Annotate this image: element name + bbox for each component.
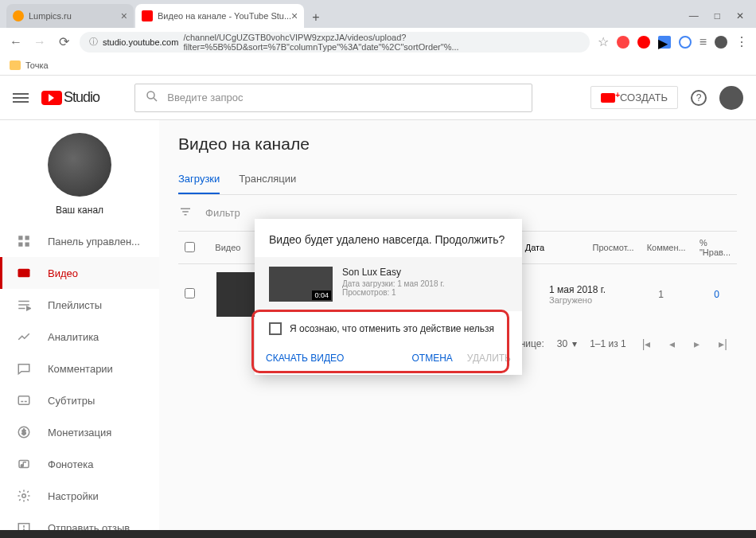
minimize-icon[interactable]: —	[689, 10, 699, 21]
bookmark-item[interactable]: Точка	[25, 60, 49, 70]
extension-icon[interactable]	[679, 36, 692, 49]
delete-button[interactable]: УДАЛИТЬ	[467, 353, 511, 364]
reload-icon[interactable]: ⟳	[56, 34, 72, 49]
dashboard-icon	[16, 233, 32, 249]
download-button[interactable]: СКАЧАТЬ ВИДЕО	[266, 353, 344, 364]
menu-icon[interactable]: ⋮	[735, 34, 748, 49]
close-icon[interactable]: ×	[121, 10, 127, 22]
browser-tab[interactable]: Lumpics.ru ×	[6, 4, 134, 28]
svg-rect-2	[18, 236, 22, 240]
svg-rect-4	[18, 243, 22, 247]
tab-favicon-icon	[142, 10, 153, 21]
audio-icon	[16, 456, 32, 472]
dialog-video-title: Son Lux Easy	[342, 267, 444, 278]
menu-icon[interactable]	[13, 93, 29, 103]
dialog-video-date: Дата загрузки: 1 мая 2018 г.	[342, 279, 444, 288]
feedback-icon	[16, 520, 32, 530]
confirm-checkbox[interactable]	[269, 322, 282, 335]
svg-rect-11	[18, 396, 29, 405]
delete-dialog: Видео будет удалено навсегда. Продолжить…	[255, 219, 522, 375]
forward-icon[interactable]: →	[32, 35, 48, 49]
svg-text:$: $	[21, 428, 25, 436]
address-bar[interactable]: ⓘ studio.youtube.com/channel/UCgUZGTB0vo…	[80, 32, 590, 53]
back-icon[interactable]: ←	[8, 35, 24, 49]
info-icon: ⓘ	[89, 36, 98, 48]
svg-rect-5	[25, 243, 29, 247]
profile-avatar[interactable]	[715, 36, 727, 49]
dialog-overlay: Видео будет удалено навсегда. Продолжить…	[30, 80, 746, 528]
star-icon[interactable]: ☆	[598, 34, 609, 49]
confirm-label: Я осознаю, что отменить это действие нел…	[290, 323, 494, 334]
close-icon[interactable]: ×	[291, 10, 298, 22]
dialog-thumbnail	[269, 267, 333, 302]
subtitles-icon	[16, 392, 32, 408]
settings-icon[interactable]: ≡	[699, 35, 707, 49]
tab-title: Lumpics.ru	[29, 11, 72, 21]
new-tab-button[interactable]: +	[306, 7, 325, 28]
url-host: studio.youtube.com	[103, 37, 178, 47]
dialog-video-views: Просмотров: 1	[342, 288, 444, 297]
tab-title: Видео на канале - YouTube Stu...	[158, 11, 291, 21]
gear-icon	[16, 488, 32, 504]
extension-icon[interactable]	[637, 36, 650, 49]
extension-icon[interactable]	[617, 36, 629, 49]
svg-point-22	[24, 529, 25, 530]
browser-tab-active[interactable]: Видео на канале - YouTube Stu... ×	[135, 4, 304, 28]
cancel-button[interactable]: ОТМЕНА	[411, 353, 452, 364]
monetization-icon: $	[16, 424, 32, 440]
svg-point-20	[22, 494, 26, 498]
folder-icon	[10, 60, 21, 70]
url-path: /channel/UCgUZGTB0vohcVIPW9zxpzJA/videos…	[183, 33, 579, 52]
analytics-icon	[16, 329, 32, 345]
maximize-icon[interactable]: □	[715, 10, 720, 21]
dialog-title: Видео будет удалено навсегда. Продолжить…	[255, 233, 522, 257]
svg-rect-3	[25, 236, 29, 240]
video-icon	[16, 265, 32, 281]
comments-icon	[16, 361, 32, 376]
extension-icon[interactable]: ▶	[658, 36, 671, 49]
close-window-icon[interactable]: ✕	[736, 10, 744, 21]
svg-rect-6	[18, 269, 30, 278]
playlist-icon	[16, 297, 32, 313]
tab-favicon-icon	[13, 10, 24, 21]
